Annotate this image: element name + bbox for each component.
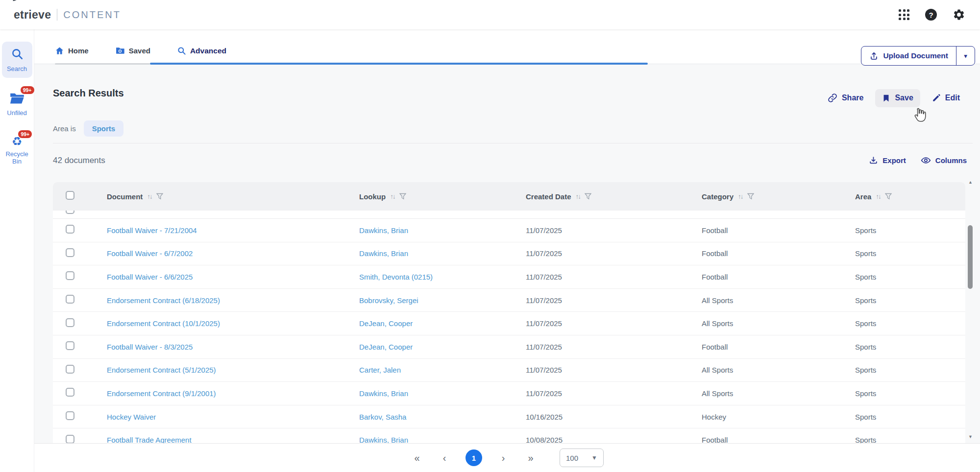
save-button[interactable]: Save [875,89,920,107]
sort-icon[interactable]: ↑↓ [390,193,395,200]
document-link[interactable]: Hockey Waiver [107,413,156,421]
document-link[interactable]: Football Waiver - 7/21/2004 [107,226,197,235]
gear-icon[interactable] [953,8,965,21]
sort-icon[interactable]: ↑↓ [738,193,743,200]
upload-document-button[interactable]: Upload Document ▾ [861,46,975,66]
category-cell: Football [679,249,833,258]
sidebar-item-search[interactable]: Search [2,42,32,78]
area-cell: Sports [833,366,965,374]
lookup-link[interactable]: DeJean, Cooper [359,343,413,351]
row-checkbox[interactable] [66,388,74,397]
first-page-button[interactable]: « [411,453,423,463]
filter-funnel-icon[interactable] [585,193,591,200]
filter-funnel-icon[interactable] [399,193,406,200]
row-checkbox[interactable] [66,225,74,234]
apps-grid-icon[interactable] [899,9,909,20]
column-header-created-date[interactable]: Created Date [526,192,571,201]
table-scrollbar[interactable]: ▲ ▼ [967,180,974,441]
scrollbar-thumb[interactable] [968,225,973,289]
tab-advanced[interactable]: Advanced [177,46,226,55]
column-header-document[interactable]: Document [107,192,143,201]
previous-page-button[interactable]: ‹ [438,453,451,463]
tab-label: Home [68,47,89,55]
export-button[interactable]: Export [869,156,906,165]
document-link[interactable]: Football Waiver - 8/3/2025 [107,343,193,351]
document-link[interactable]: Endorsement Contract (5/1/2025) [107,366,216,374]
row-checkbox[interactable] [66,435,74,443]
row-checkbox[interactable] [66,365,74,374]
current-page-button[interactable]: 1 [466,449,482,466]
row-checkbox[interactable] [66,318,74,327]
columns-button[interactable]: Columns [921,155,967,165]
area-cell: Sports [833,436,965,443]
lookup-link[interactable]: Dawkins, Brian [359,389,408,398]
row-checkbox[interactable] [66,248,74,257]
filter-funnel-icon[interactable] [885,193,892,200]
table-row[interactable]: Football Waiver - 6/6/2025 Smith, Devont… [53,265,965,289]
lookup-link[interactable]: Carter, Jalen [359,366,401,374]
lookup-link[interactable]: Barkov, Sasha [359,413,406,421]
brand-divider [57,9,57,21]
document-link[interactable]: Football Waiver - 6/6/2025 [107,273,193,281]
search-results-section: Search Results Share Save Edit [34,64,980,472]
last-page-button[interactable]: » [524,453,537,463]
column-header-category[interactable]: Category [702,192,734,201]
created-date-cell: 11/07/2025 [503,389,679,398]
tab-home[interactable]: Home [55,46,89,55]
area-cell: Sports [833,296,965,305]
help-icon[interactable]: ? [925,9,937,21]
table-row[interactable]: Endorsement Contract (9/1/2001) Dawkins,… [53,382,965,405]
row-checkbox[interactable] [66,295,74,304]
table-row[interactable]: Football Waiver - 7/21/2004 Dawkins, Bri… [53,219,965,242]
table-row[interactable]: Football Waiver - 8/3/2025 DeJean, Coope… [53,335,965,359]
document-link[interactable]: Endorsement Contract (10/1/2025) [107,319,220,328]
upload-caret-icon[interactable]: ▾ [956,47,975,65]
select-all-checkbox[interactable] [66,191,74,200]
lookup-link[interactable]: Smith, Devonta (0215) [359,273,433,281]
sidebar-item-recycle-bin[interactable]: ♻ 99+ Recycle Bin [2,130,32,170]
filter-funnel-icon[interactable] [156,193,163,200]
document-link[interactable]: Endorsement Contract (6/18/2025) [107,296,220,305]
sort-icon[interactable]: ↑↓ [876,193,881,200]
table-row[interactable]: Endorsement Contract (5/1/2025) Carter, … [53,359,965,382]
column-header-lookup[interactable]: Lookup [359,192,386,201]
sidebar-item-label: Recycle Bin [3,151,31,165]
table-row[interactable]: Football Waiver - 6/7/2002 Dawkins, Bria… [53,242,965,266]
document-link[interactable]: Football Waiver - 6/7/2002 [107,249,193,258]
table-row[interactable]: Endorsement Contract (10/1/2025) DeJean,… [53,312,965,335]
filter-funnel-icon[interactable] [747,193,754,200]
document-link[interactable]: Football Trade Agreement [107,436,192,443]
lookup-link[interactable]: Dawkins, Brian [359,249,408,258]
row-checkbox[interactable] [66,411,74,420]
created-date-cell: 11/07/2025 [503,273,679,281]
table-row[interactable]: Hockey Waiver Barkov, Sasha 10/16/2025 H… [53,405,965,429]
lookup-link[interactable]: DeJean, Cooper [359,319,413,328]
edit-button[interactable]: Edit [925,89,967,107]
sort-icon[interactable]: ↑↓ [576,193,581,200]
tab-saved[interactable]: Saved [115,46,150,55]
row-checkbox[interactable] [66,341,74,350]
page-size-select[interactable]: 100 ▼ [560,448,604,467]
table-row[interactable]: Football Trade Agreement Dawkins, Brian … [53,428,965,443]
sort-icon[interactable]: ↑↓ [147,193,152,200]
share-button[interactable]: Share [821,89,870,107]
lookup-link[interactable]: Dawkins, Brian [359,436,408,443]
lookup-link[interactable]: Bobrovsky, Sergei [359,296,418,305]
chevron-down-icon: ▼ [591,454,597,461]
scroll-down-icon[interactable]: ▼ [967,434,974,439]
columns-button-label: Columns [935,156,967,165]
column-header-area[interactable]: Area [855,192,871,201]
row-checkbox[interactable] [66,211,74,214]
document-link[interactable]: Endorsement Contract (9/1/2001) [107,389,216,398]
eye-icon [921,155,931,165]
table-row[interactable]: Endorsement Contract (6/18/2025) Bobrovs… [53,289,965,312]
next-page-button[interactable]: › [497,453,510,463]
scroll-up-icon[interactable]: ▲ [967,180,974,185]
area-cell: Sports [833,249,965,258]
filter-chip-sports[interactable]: Sports [84,120,124,137]
row-checkbox[interactable] [66,271,74,280]
recycle-count-badge: 99+ [18,130,32,139]
brand-name: etrieve [14,8,51,22]
sidebar-item-unfiled[interactable]: 99+ Unfiled [2,86,32,122]
lookup-link[interactable]: Dawkins, Brian [359,226,408,235]
